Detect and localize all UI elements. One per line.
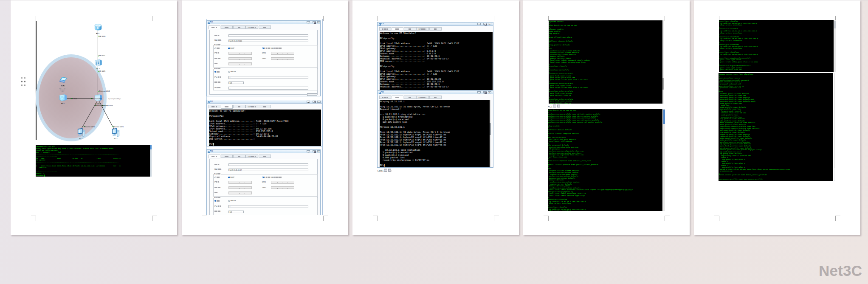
svg-text:R: R xyxy=(97,25,99,30)
